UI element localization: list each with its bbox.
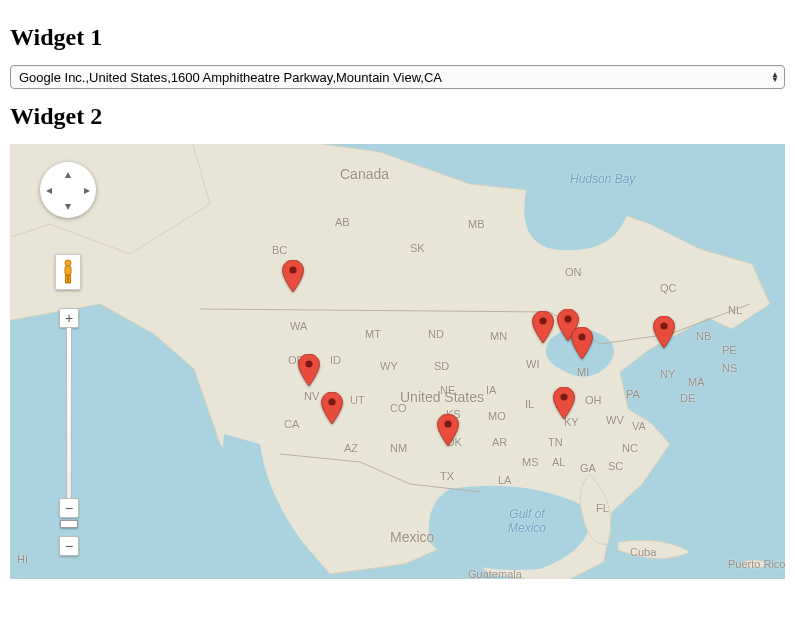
map-zoom-control: + − − xyxy=(59,308,79,556)
map-marker-mi2[interactable] xyxy=(571,327,593,359)
label-GA: GA xyxy=(580,462,596,474)
label-CO: CO xyxy=(390,402,407,414)
label-MI: MI xyxy=(577,366,589,378)
label-IL: IL xyxy=(525,398,534,410)
label-SD: SD xyxy=(434,360,449,372)
zoom-reset-button[interactable]: − xyxy=(59,536,79,556)
label-WI: WI xyxy=(526,358,539,370)
map-marker-tx[interactable] xyxy=(437,414,459,446)
zoom-in-button[interactable]: + xyxy=(59,308,79,328)
pan-down-icon[interactable]: ▾ xyxy=(65,200,71,212)
label-mexico: Mexico xyxy=(390,529,434,545)
map-marker-ne[interactable] xyxy=(653,316,675,348)
label-NC: NC xyxy=(622,442,638,454)
label-SC: SC xyxy=(608,460,623,472)
zoom-track[interactable] xyxy=(66,328,72,498)
label-VA: VA xyxy=(632,420,646,432)
svg-point-14 xyxy=(660,322,667,329)
map-marker-tn[interactable] xyxy=(553,387,575,419)
label-NB: NB xyxy=(696,330,711,342)
label-NV: NV xyxy=(304,390,319,402)
label-hudson-bay: Hudson Bay xyxy=(570,172,635,186)
widget1-title: Widget 1 xyxy=(10,24,785,51)
label-OH: OH xyxy=(585,394,602,406)
label-QC: QC xyxy=(660,282,677,294)
map-marker-nv[interactable] xyxy=(298,354,320,386)
pan-left-icon[interactable]: ◂ xyxy=(46,184,52,196)
label-gulf-of-mexico: Gulf of Mexico xyxy=(508,507,546,535)
svg-point-9 xyxy=(444,420,451,427)
label-FL: FL xyxy=(596,502,609,514)
label-WV: WV xyxy=(606,414,624,426)
svg-point-2 xyxy=(65,260,71,266)
zoom-handle[interactable] xyxy=(60,520,78,528)
svg-point-6 xyxy=(289,266,296,273)
label-WA: WA xyxy=(290,320,307,332)
label-puerto-rico: Puerto Rico xyxy=(728,558,785,570)
label-WY: WY xyxy=(380,360,398,372)
label-SK: SK xyxy=(410,242,425,254)
label-AR: AR xyxy=(492,436,507,448)
label-ND: ND xyxy=(428,328,444,340)
pegman-icon xyxy=(61,259,75,285)
svg-rect-3 xyxy=(65,266,71,275)
label-AL: AL xyxy=(552,456,565,468)
pan-up-icon[interactable]: ▴ xyxy=(65,168,71,180)
label-AB: AB xyxy=(335,216,350,228)
map-pan-control[interactable]: ▴ ▾ ◂ ▸ xyxy=(40,162,96,218)
label-NL: NL xyxy=(728,304,742,316)
label-MS: MS xyxy=(522,456,539,468)
label-TN: TN xyxy=(548,436,563,448)
label-ID: ID xyxy=(330,354,341,366)
label-LA: LA xyxy=(498,474,511,486)
map-marker-wi[interactable] xyxy=(532,311,554,343)
svg-point-8 xyxy=(328,398,335,405)
svg-point-11 xyxy=(564,315,571,322)
label-NE: NE xyxy=(440,384,455,396)
pegman-button[interactable] xyxy=(55,254,81,290)
label-canada: Canada xyxy=(340,166,389,182)
map-marker-ca[interactable] xyxy=(321,392,343,424)
label-guatemala: Guatemala xyxy=(468,568,522,579)
label-NS: NS xyxy=(722,362,737,374)
map-marker-wa[interactable] xyxy=(282,260,304,292)
label-IA: IA xyxy=(486,384,496,396)
label-HI: HI xyxy=(17,553,28,565)
svg-point-12 xyxy=(578,333,585,340)
pan-right-icon[interactable]: ▸ xyxy=(84,184,90,196)
widget2-title: Widget 2 xyxy=(10,103,785,130)
svg-rect-5 xyxy=(69,275,71,283)
label-TX: TX xyxy=(440,470,454,482)
widget1-select[interactable]: Google Inc.,United States,1600 Amphithea… xyxy=(10,65,785,89)
label-PA: PA xyxy=(626,388,640,400)
label-ON: ON xyxy=(565,266,582,278)
map-canvas[interactable]: ▴ ▾ ◂ ▸ + − − Canada Hudson Bay United S… xyxy=(10,144,785,579)
label-BC: BC xyxy=(272,244,287,256)
label-MB: MB xyxy=(468,218,485,230)
svg-rect-4 xyxy=(66,275,68,283)
label-UT: UT xyxy=(350,394,365,406)
label-cuba: Cuba xyxy=(630,546,656,558)
label-CA: CA xyxy=(284,418,299,430)
svg-point-13 xyxy=(560,393,567,400)
label-NM: NM xyxy=(390,442,407,454)
label-NY: NY xyxy=(660,368,675,380)
label-AZ: AZ xyxy=(344,442,358,454)
svg-point-7 xyxy=(305,360,312,367)
label-PE: PE xyxy=(722,344,737,356)
label-MN: MN xyxy=(490,330,507,342)
label-DE: DE xyxy=(680,392,695,404)
zoom-out-button[interactable]: − xyxy=(59,498,79,518)
label-MO: MO xyxy=(488,410,506,422)
label-MA: MA xyxy=(688,376,705,388)
label-MT: MT xyxy=(365,328,381,340)
svg-point-10 xyxy=(539,317,546,324)
widget1-select-wrap: Google Inc.,United States,1600 Amphithea… xyxy=(10,65,785,89)
